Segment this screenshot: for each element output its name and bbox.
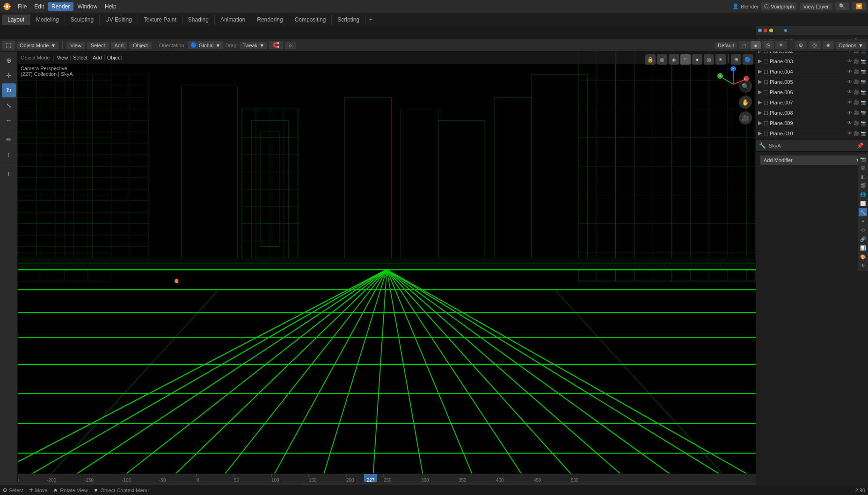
tool-cursor[interactable]: ⊕ (2, 53, 16, 67)
add-btn[interactable]: Add (93, 55, 102, 60)
tab-animation[interactable]: Animation (215, 15, 251, 25)
tool-rotate[interactable]: ↻ (2, 83, 16, 97)
visibility-icon[interactable]: 👁 (847, 69, 852, 74)
select-btn[interactable]: Select (73, 55, 88, 60)
add-menu[interactable]: Add (111, 42, 128, 49)
outliner-item-plane008[interactable]: ▶ ⬚ Plane.008 👁 🎥 📷 (756, 108, 868, 118)
add-modifier-button[interactable]: Add Modifier ▼ (760, 155, 864, 165)
properties-pin-btn[interactable]: 📌 (855, 140, 865, 151)
visibility-icon[interactable]: 👁 (847, 110, 852, 115)
overlays-toggle[interactable]: ◎ (809, 41, 821, 49)
orientation-selector[interactable]: 🔵 Global ▼ (188, 41, 224, 49)
editor-type-btn[interactable]: ⬚ (2, 41, 15, 50)
menu-window[interactable]: Window (73, 2, 101, 11)
visibility-icon[interactable]: 👁 (847, 89, 852, 95)
prop-tab-object[interactable]: ⬜ (859, 199, 867, 207)
shading-material[interactable]: ◎ (762, 41, 774, 49)
menu-edit[interactable]: Edit (30, 2, 48, 11)
render-icon[interactable]: 📷 (861, 69, 866, 74)
snap-toggle[interactable]: 🧲 (269, 41, 283, 49)
prop-tab-particles[interactable]: ✦ (859, 217, 867, 225)
add-workspace-tab[interactable]: + (365, 15, 376, 25)
prop-tab-visibility[interactable]: 👁 (859, 261, 867, 270)
outliner-item-plane007[interactable]: ▶ ⬚ Plane.007 👁 🎥 📷 (756, 97, 868, 108)
viewport-lock-btn[interactable]: 🔒 (645, 54, 656, 65)
tab-compositing[interactable]: Compositing (289, 15, 332, 25)
object-mode-selector[interactable]: Object Mode ▼ (17, 42, 58, 49)
select-menu[interactable]: Select (87, 42, 109, 49)
tool-scale[interactable]: ⤡ (2, 98, 16, 112)
shading-render-btn[interactable]: ☀ (715, 54, 726, 65)
prop-tab-physics[interactable]: ⚙ (859, 226, 867, 234)
drag-selector[interactable]: Tweak ▼ (240, 42, 267, 49)
visibility-icon[interactable]: 👁 (847, 100, 852, 105)
camera-icon[interactable]: 🎥 (853, 100, 859, 105)
prop-tab-render[interactable]: 📷 (859, 155, 867, 163)
visibility-icon[interactable]: 👁 (847, 131, 852, 136)
camera-icon[interactable]: 🎥 (853, 110, 859, 115)
outliner-item-plane004[interactable]: ▶ ⬚ Plane.004 👁 🎥 📷 (756, 66, 868, 77)
tab-texture-paint[interactable]: Texture Paint (138, 15, 182, 25)
prop-tab-output[interactable]: 🖥 (859, 163, 867, 172)
gizmos-toggle[interactable]: ⊕ (795, 41, 807, 49)
viewport-overlays-toggle[interactable]: 🔵 (743, 54, 753, 65)
options-menu[interactable]: Options ▼ (836, 42, 866, 49)
menu-file[interactable]: File (14, 2, 30, 11)
tool-move[interactable]: ✛ (2, 68, 16, 82)
menu-render[interactable]: Render (48, 2, 73, 11)
prop-tab-scene[interactable]: 🎬 (859, 181, 867, 190)
view-btn[interactable]: View (57, 55, 68, 60)
tool-measure[interactable]: ↑ (2, 148, 16, 162)
render-icon[interactable]: 📷 (861, 131, 866, 136)
outliner-item-plane003[interactable]: ▶ ⬚ Plane.003 👁 🎥 📷 (756, 56, 868, 66)
tool-annotate[interactable]: ✏ (2, 133, 16, 147)
viewport-canvas[interactable]: X Y Z 🔍 ✋ 🎥 (18, 52, 756, 482)
render-icon[interactable]: 📷 (861, 79, 866, 84)
shading-solid[interactable]: ● (751, 41, 761, 49)
prop-tab-view-layer[interactable]: ◧ (859, 172, 867, 181)
tab-layout[interactable]: Layout (2, 15, 30, 25)
tool-add[interactable]: + (2, 167, 16, 181)
viewport-xray-btn[interactable]: ◈ (669, 54, 679, 65)
render-icon[interactable]: 📷 (861, 120, 866, 126)
prop-tab-data[interactable]: 📊 (859, 244, 867, 252)
shading-material-btn[interactable]: ◎ (704, 54, 714, 65)
camera-icon[interactable]: 🎥 (853, 59, 859, 64)
camera-icon[interactable]: 🎥 (853, 131, 859, 136)
shading-rendered[interactable]: ☀ (775, 41, 787, 49)
camera-icon[interactable]: 🎥 (853, 79, 859, 84)
outliner-item-plane006[interactable]: ▶ ⬚ Plane.006 👁 🎥 📷 (756, 87, 868, 97)
shading-wireframe-btn[interactable]: □ (680, 54, 691, 65)
search-btn[interactable]: 🔍 (835, 2, 849, 10)
tab-scripting[interactable]: Scripting (332, 15, 365, 25)
object-menu[interactable]: Object (129, 42, 152, 49)
object-btn[interactable]: Object (107, 55, 122, 60)
tab-rendering[interactable]: Rendering (251, 15, 289, 25)
snap-preset[interactable]: Default (715, 42, 737, 49)
shading-solid-btn[interactable]: ● (692, 54, 702, 65)
tab-shading[interactable]: Shading (182, 15, 215, 25)
camera-icon[interactable]: 🎥 (853, 89, 859, 95)
camera-btn[interactable]: 🎥 (739, 111, 752, 125)
proportional-edit[interactable]: ○ (285, 42, 296, 49)
tab-modeling[interactable]: Modeling (30, 15, 65, 25)
render-icon[interactable]: 📷 (861, 59, 866, 64)
camera-icon[interactable]: 🎥 (853, 120, 859, 126)
xray-toggle[interactable]: ◈ (823, 41, 834, 49)
visibility-icon[interactable]: 👁 (847, 79, 852, 84)
view-layer-selector[interactable]: ⬡ Voidgraph (761, 2, 797, 10)
prop-tab-material[interactable]: 🎨 (859, 252, 867, 261)
camera-icon[interactable]: 🎥 (853, 69, 859, 74)
viewport-gizmos-btn[interactable]: ⊕ (731, 54, 741, 65)
view-menu[interactable]: View (66, 42, 85, 49)
filter-btn[interactable]: 🔽 (852, 2, 866, 10)
render-icon[interactable]: 📷 (861, 89, 866, 95)
visibility-icon[interactable]: 👁 (847, 120, 852, 126)
visibility-icon[interactable]: 👁 (847, 59, 852, 64)
prop-tab-world[interactable]: 🌐 (859, 190, 867, 199)
tool-transform[interactable]: ↔ (2, 113, 16, 127)
tab-sculpting[interactable]: Sculpting (65, 15, 100, 25)
outliner-item-plane005[interactable]: ▶ ⬚ Plane.005 👁 🎥 📷 (756, 77, 868, 87)
render-icon[interactable]: 📷 (861, 100, 866, 105)
viewport-overlay-btn[interactable]: ◎ (657, 54, 667, 65)
